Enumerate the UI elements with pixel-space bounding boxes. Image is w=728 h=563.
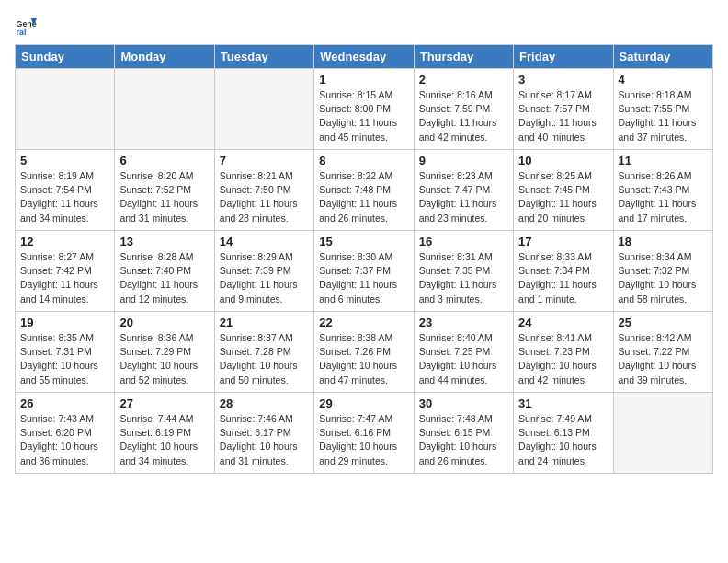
day-cell: 4Sunrise: 8:18 AM Sunset: 7:55 PM Daylig… bbox=[613, 69, 712, 150]
day-cell: 8Sunrise: 8:22 AM Sunset: 7:48 PM Daylig… bbox=[314, 150, 414, 231]
day-cell: 15Sunrise: 8:30 AM Sunset: 7:37 PM Dayli… bbox=[314, 231, 414, 312]
day-cell: 23Sunrise: 8:40 AM Sunset: 7:25 PM Dayli… bbox=[414, 312, 513, 393]
day-number: 7 bbox=[220, 154, 309, 167]
day-number: 29 bbox=[319, 396, 408, 410]
day-info: Sunrise: 7:47 AM Sunset: 6:16 PM Dayligh… bbox=[319, 412, 408, 468]
calendar-table: SundayMondayTuesdayWednesdayThursdayFrid… bbox=[15, 44, 713, 474]
day-number: 21 bbox=[220, 316, 309, 329]
day-info: Sunrise: 7:43 AM Sunset: 6:20 PM Dayligh… bbox=[20, 412, 109, 468]
day-info: Sunrise: 8:38 AM Sunset: 7:26 PM Dayligh… bbox=[319, 331, 408, 387]
day-cell: 22Sunrise: 8:38 AM Sunset: 7:26 PM Dayli… bbox=[314, 312, 414, 393]
day-info: Sunrise: 8:41 AM Sunset: 7:23 PM Dayligh… bbox=[518, 331, 608, 387]
svg-text:ral: ral bbox=[17, 28, 27, 37]
day-number: 13 bbox=[119, 235, 209, 248]
day-cell bbox=[214, 69, 313, 150]
day-info: Sunrise: 7:49 AM Sunset: 6:13 PM Dayligh… bbox=[518, 412, 608, 468]
day-header-thursday: Thursday bbox=[414, 45, 513, 69]
day-info: Sunrise: 8:35 AM Sunset: 7:31 PM Dayligh… bbox=[20, 331, 109, 387]
day-info: Sunrise: 8:25 AM Sunset: 7:45 PM Dayligh… bbox=[518, 169, 608, 225]
day-cell: 10Sunrise: 8:25 AM Sunset: 7:45 PM Dayli… bbox=[514, 150, 613, 231]
week-row-2: 5Sunrise: 8:19 AM Sunset: 7:54 PM Daylig… bbox=[16, 150, 713, 231]
day-number: 2 bbox=[419, 73, 508, 86]
week-row-1: 1Sunrise: 8:15 AM Sunset: 8:00 PM Daylig… bbox=[16, 69, 713, 150]
day-cell: 18Sunrise: 8:34 AM Sunset: 7:32 PM Dayli… bbox=[613, 231, 712, 312]
day-info: Sunrise: 8:23 AM Sunset: 7:47 PM Dayligh… bbox=[419, 169, 508, 225]
day-info: Sunrise: 8:42 AM Sunset: 7:22 PM Dayligh… bbox=[619, 331, 708, 387]
day-info: Sunrise: 8:37 AM Sunset: 7:28 PM Dayligh… bbox=[220, 331, 309, 387]
day-info: Sunrise: 8:28 AM Sunset: 7:40 PM Dayligh… bbox=[119, 250, 209, 306]
day-cell: 2Sunrise: 8:16 AM Sunset: 7:59 PM Daylig… bbox=[414, 69, 513, 150]
day-number: 8 bbox=[319, 154, 408, 167]
day-number: 30 bbox=[419, 396, 508, 410]
day-number: 19 bbox=[20, 316, 109, 329]
day-cell: 27Sunrise: 7:44 AM Sunset: 6:19 PM Dayli… bbox=[115, 393, 214, 474]
day-number: 26 bbox=[20, 396, 109, 410]
day-cell bbox=[613, 393, 712, 474]
day-info: Sunrise: 8:18 AM Sunset: 7:55 PM Dayligh… bbox=[619, 88, 708, 144]
day-number: 11 bbox=[619, 154, 708, 167]
day-cell: 11Sunrise: 8:26 AM Sunset: 7:43 PM Dayli… bbox=[613, 150, 712, 231]
day-cell: 19Sunrise: 8:35 AM Sunset: 7:31 PM Dayli… bbox=[16, 312, 115, 393]
day-number: 12 bbox=[20, 235, 109, 248]
day-cell: 14Sunrise: 8:29 AM Sunset: 7:39 PM Dayli… bbox=[214, 231, 313, 312]
day-number: 4 bbox=[619, 73, 708, 86]
day-info: Sunrise: 8:26 AM Sunset: 7:43 PM Dayligh… bbox=[619, 169, 708, 225]
day-cell: 28Sunrise: 7:46 AM Sunset: 6:17 PM Dayli… bbox=[214, 393, 313, 474]
day-number: 9 bbox=[419, 154, 508, 167]
day-number: 28 bbox=[220, 396, 309, 410]
day-number: 6 bbox=[119, 154, 209, 167]
day-info: Sunrise: 8:40 AM Sunset: 7:25 PM Dayligh… bbox=[419, 331, 508, 387]
day-header-saturday: Saturday bbox=[613, 45, 712, 69]
day-info: Sunrise: 8:17 AM Sunset: 7:57 PM Dayligh… bbox=[518, 88, 608, 144]
day-cell: 3Sunrise: 8:17 AM Sunset: 7:57 PM Daylig… bbox=[514, 69, 613, 150]
day-cell: 12Sunrise: 8:27 AM Sunset: 7:42 PM Dayli… bbox=[16, 231, 115, 312]
day-number: 14 bbox=[220, 235, 309, 248]
day-number: 16 bbox=[419, 235, 508, 248]
day-number: 17 bbox=[518, 235, 608, 248]
day-cell: 7Sunrise: 8:21 AM Sunset: 7:50 PM Daylig… bbox=[214, 150, 313, 231]
day-header-monday: Monday bbox=[115, 45, 214, 69]
day-info: Sunrise: 8:20 AM Sunset: 7:52 PM Dayligh… bbox=[119, 169, 209, 225]
day-info: Sunrise: 8:29 AM Sunset: 7:39 PM Dayligh… bbox=[220, 250, 309, 306]
day-number: 3 bbox=[518, 73, 608, 86]
day-number: 23 bbox=[419, 316, 508, 329]
day-cell: 21Sunrise: 8:37 AM Sunset: 7:28 PM Dayli… bbox=[214, 312, 313, 393]
day-header-sunday: Sunday bbox=[16, 45, 115, 69]
week-row-5: 26Sunrise: 7:43 AM Sunset: 6:20 PM Dayli… bbox=[16, 393, 713, 474]
day-cell: 25Sunrise: 8:42 AM Sunset: 7:22 PM Dayli… bbox=[613, 312, 712, 393]
day-cell: 24Sunrise: 8:41 AM Sunset: 7:23 PM Dayli… bbox=[514, 312, 613, 393]
day-info: Sunrise: 8:16 AM Sunset: 7:59 PM Dayligh… bbox=[419, 88, 508, 144]
day-cell bbox=[115, 69, 214, 150]
day-cell: 6Sunrise: 8:20 AM Sunset: 7:52 PM Daylig… bbox=[115, 150, 214, 231]
day-cell bbox=[16, 69, 115, 150]
day-info: Sunrise: 7:46 AM Sunset: 6:17 PM Dayligh… bbox=[220, 412, 309, 468]
day-header-wednesday: Wednesday bbox=[314, 45, 414, 69]
day-cell: 26Sunrise: 7:43 AM Sunset: 6:20 PM Dayli… bbox=[16, 393, 115, 474]
day-cell: 17Sunrise: 8:33 AM Sunset: 7:34 PM Dayli… bbox=[514, 231, 613, 312]
day-info: Sunrise: 8:21 AM Sunset: 7:50 PM Dayligh… bbox=[220, 169, 309, 225]
day-cell: 30Sunrise: 7:48 AM Sunset: 6:15 PM Dayli… bbox=[414, 393, 513, 474]
day-cell: 20Sunrise: 8:36 AM Sunset: 7:29 PM Dayli… bbox=[115, 312, 214, 393]
logo: Gene ral bbox=[15, 15, 40, 37]
day-cell: 31Sunrise: 7:49 AM Sunset: 6:13 PM Dayli… bbox=[514, 393, 613, 474]
day-cell: 1Sunrise: 8:15 AM Sunset: 8:00 PM Daylig… bbox=[314, 69, 414, 150]
day-number: 31 bbox=[518, 396, 608, 410]
day-info: Sunrise: 8:19 AM Sunset: 7:54 PM Dayligh… bbox=[20, 169, 109, 225]
page-header: Gene ral bbox=[15, 15, 713, 37]
day-number: 10 bbox=[518, 154, 608, 167]
day-info: Sunrise: 8:27 AM Sunset: 7:42 PM Dayligh… bbox=[20, 250, 109, 306]
day-cell: 13Sunrise: 8:28 AM Sunset: 7:40 PM Dayli… bbox=[115, 231, 214, 312]
day-info: Sunrise: 8:31 AM Sunset: 7:35 PM Dayligh… bbox=[419, 250, 508, 306]
day-info: Sunrise: 7:44 AM Sunset: 6:19 PM Dayligh… bbox=[119, 412, 209, 468]
day-info: Sunrise: 8:36 AM Sunset: 7:29 PM Dayligh… bbox=[119, 331, 209, 387]
day-header-friday: Friday bbox=[514, 45, 613, 69]
logo-icon: Gene ral bbox=[15, 15, 37, 37]
day-header-tuesday: Tuesday bbox=[214, 45, 313, 69]
day-number: 24 bbox=[518, 316, 608, 329]
day-number: 22 bbox=[319, 316, 408, 329]
day-number: 18 bbox=[619, 235, 708, 248]
day-number: 20 bbox=[119, 316, 209, 329]
week-row-4: 19Sunrise: 8:35 AM Sunset: 7:31 PM Dayli… bbox=[16, 312, 713, 393]
day-number: 5 bbox=[20, 154, 109, 167]
day-number: 25 bbox=[619, 316, 708, 329]
